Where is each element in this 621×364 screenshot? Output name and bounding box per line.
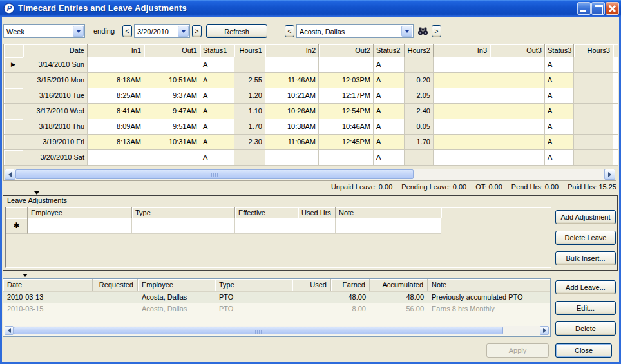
cell-hours1[interactable]	[234, 150, 265, 166]
column-header-hours2[interactable]: Hours2	[405, 44, 434, 57]
cell-in3[interactable]	[434, 73, 490, 88]
cell-hours1[interactable]	[234, 57, 265, 73]
splitter-grip-icon[interactable]	[34, 191, 39, 195]
cell-status3[interactable]: A	[545, 150, 574, 166]
cell-status2[interactable]: A	[374, 57, 405, 73]
new-row-marker-icon[interactable]: ✱	[6, 218, 28, 234]
cell-date[interactable]: 3/18/2010 Thu	[23, 119, 88, 135]
cell-hours3[interactable]	[574, 104, 613, 119]
cell-effective[interactable]	[235, 218, 298, 234]
scrollbar-thumb[interactable]	[14, 327, 503, 334]
cell-in2[interactable]: 10:26AM	[265, 104, 319, 119]
cell-status1[interactable]: A	[200, 135, 234, 150]
cell-out1[interactable]: 9:51AM	[144, 119, 200, 135]
cell-status2[interactable]: A	[374, 73, 405, 88]
row-header[interactable]: ▶	[4, 57, 23, 73]
cell-hours2[interactable]: 0.05	[405, 119, 434, 135]
column-header-out2[interactable]: Out2	[319, 44, 374, 57]
cell-in1[interactable]: 8:41AM	[88, 104, 144, 119]
cell-in1[interactable]: 8:13AM	[88, 135, 144, 150]
row-header[interactable]	[4, 88, 23, 104]
cell-out3[interactable]	[490, 135, 545, 150]
cell-out1[interactable]: 10:51AM	[144, 73, 200, 88]
row-header[interactable]	[4, 150, 23, 166]
column-header-note[interactable]: Note	[428, 279, 550, 291]
scroll-right-icon[interactable]	[604, 169, 615, 180]
cell-out2[interactable]: 12:03PM	[319, 73, 374, 88]
cell-in2[interactable]: 11:06AM	[265, 135, 319, 150]
cell-in1[interactable]: 8:09AM	[88, 119, 144, 135]
period-selector[interactable]: Week	[3, 24, 85, 38]
cell-hours3[interactable]	[574, 150, 613, 166]
cell-date[interactable]: 3/16/2010 Tue	[23, 88, 88, 104]
cell-date[interactable]: 3/20/2010 Sat	[23, 150, 88, 166]
cell-hours2[interactable]	[405, 57, 434, 73]
cell-out1[interactable]	[144, 57, 200, 73]
row-header[interactable]	[4, 135, 23, 150]
row-header[interactable]	[4, 73, 23, 88]
column-header-status2[interactable]: Status2	[374, 44, 405, 57]
cell-in3[interactable]	[434, 57, 490, 73]
cell-hours3[interactable]	[574, 73, 613, 88]
cell-in2[interactable]: 10:21AM	[265, 88, 319, 104]
cell-employee[interactable]	[28, 218, 132, 234]
cell-out2[interactable]: 10:46AM	[319, 119, 374, 135]
cell-status1[interactable]: A	[200, 119, 234, 135]
cell-in2[interactable]: 11:46AM	[265, 73, 319, 88]
cell-hours2[interactable]: 0.20	[405, 73, 434, 88]
close-button[interactable]: Close	[555, 343, 612, 358]
employee-selector[interactable]: Acosta, Dallas	[296, 24, 414, 38]
column-header-hours1[interactable]: Hours1	[234, 44, 265, 57]
cell-date[interactable]: 3/15/2010 Mon	[23, 73, 88, 88]
cell-status1[interactable]: A	[200, 73, 234, 88]
cell-status3[interactable]: A	[545, 57, 574, 73]
column-header-note[interactable]: Note	[336, 207, 441, 218]
column-header-used-hrs[interactable]: Used Hrs	[298, 207, 336, 218]
cell-out1[interactable]	[144, 150, 200, 166]
scroll-right-icon[interactable]	[540, 326, 549, 335]
cell-out3[interactable]	[490, 88, 545, 104]
cell-out1[interactable]: 9:37AM	[144, 88, 200, 104]
scroll-left-icon[interactable]	[5, 169, 15, 180]
chevron-down-icon[interactable]	[178, 26, 189, 37]
cell-out2[interactable]: 12:45PM	[319, 135, 374, 150]
cell-hours2[interactable]: 1.70	[405, 135, 434, 150]
chevron-down-icon[interactable]	[73, 26, 84, 37]
cell-status3[interactable]: A	[545, 104, 574, 119]
timecard-hscrollbar[interactable]	[5, 169, 615, 180]
column-header-status1[interactable]: Status1	[200, 44, 234, 57]
cell-in2[interactable]	[265, 150, 319, 166]
cell-type[interactable]	[132, 218, 235, 234]
cell-status1[interactable]: A	[200, 104, 234, 119]
splitter-grip-icon[interactable]	[23, 274, 28, 277]
row-header[interactable]	[4, 104, 23, 119]
grid-corner[interactable]	[4, 44, 23, 57]
cell-status3[interactable]: A	[545, 135, 574, 150]
column-header-in1[interactable]: In1	[88, 44, 144, 57]
cell-out3[interactable]	[490, 73, 545, 88]
leave-history-row[interactable]: 2010-03-15Acosta, DallasPTO8.0056.00Earn…	[3, 303, 550, 315]
column-header-hours3[interactable]: Hours3	[574, 44, 613, 57]
cell-out2[interactable]: 12:54PM	[319, 104, 374, 119]
cell-status3[interactable]: A	[545, 88, 574, 104]
cell-hours1[interactable]: 1.10	[234, 104, 265, 119]
cell-hours2[interactable]: 2.05	[405, 88, 434, 104]
column-header-in3[interactable]: In3	[434, 44, 490, 57]
refresh-button[interactable]: Refresh	[206, 24, 267, 38]
prev-employee-button[interactable]: <	[285, 25, 294, 37]
cell-note[interactable]	[336, 218, 441, 234]
cell-status2[interactable]: A	[374, 88, 405, 104]
scrollbar-thumb[interactable]	[15, 169, 414, 179]
cell-status1[interactable]: A	[200, 57, 234, 73]
cell-date[interactable]: 3/17/2010 Wed	[23, 104, 88, 119]
cell-in1[interactable]	[88, 57, 144, 73]
cell-hours1[interactable]: 2.55	[234, 73, 265, 88]
minimize-button-icon[interactable]	[577, 2, 591, 15]
cell-hours2[interactable]: 2.40	[405, 104, 434, 119]
cell-in2[interactable]	[265, 57, 319, 73]
cell-status1[interactable]: A	[200, 150, 234, 166]
column-header-used[interactable]: Used	[292, 279, 331, 291]
date-selector[interactable]: 3/20/2010	[134, 24, 190, 38]
column-header-out1[interactable]: Out1	[144, 44, 200, 57]
cell-out2[interactable]: 12:17PM	[319, 88, 374, 104]
